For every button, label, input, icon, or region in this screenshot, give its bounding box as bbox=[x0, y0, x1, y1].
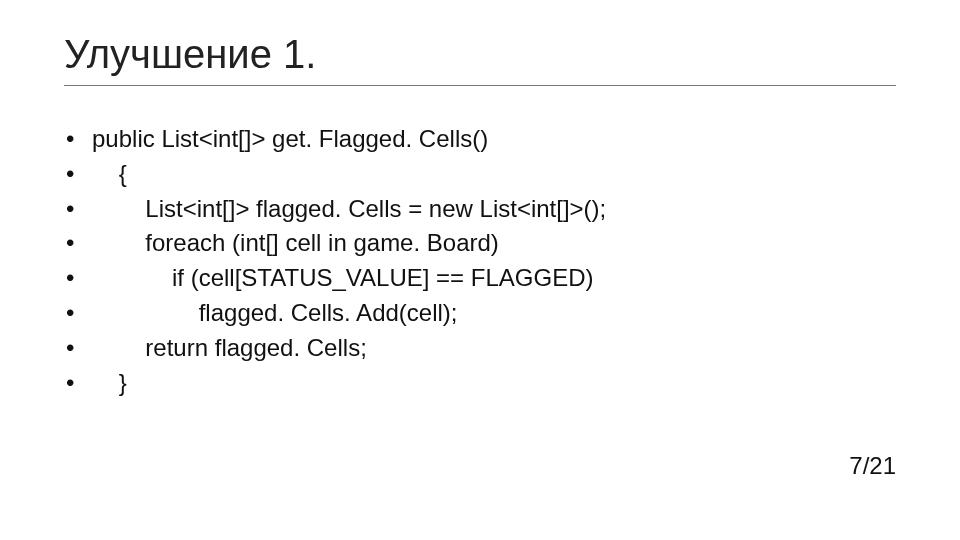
bullet-line: • if (cell[STATUS_VALUE] == FLAGGED) bbox=[64, 261, 896, 296]
bullet-line: • } bbox=[64, 366, 896, 401]
code-text: { bbox=[92, 157, 127, 192]
bullet-icon: • bbox=[64, 261, 92, 296]
bullet-icon: • bbox=[64, 122, 92, 157]
page-number: 7/21 bbox=[849, 452, 896, 480]
code-text: public List<int[]> get. Flagged. Cells() bbox=[92, 122, 488, 157]
bullet-line: • { bbox=[64, 157, 896, 192]
code-text: List<int[]> flagged. Cells = new List<in… bbox=[92, 192, 606, 227]
bullet-icon: • bbox=[64, 157, 92, 192]
code-text: } bbox=[92, 366, 127, 401]
bullet-line: • List<int[]> flagged. Cells = new List<… bbox=[64, 192, 896, 227]
bullet-line: • foreach (int[] cell in game. Board) bbox=[64, 226, 896, 261]
bullet-icon: • bbox=[64, 226, 92, 261]
code-text: flagged. Cells. Add(cell); bbox=[92, 296, 457, 331]
code-text: if (cell[STATUS_VALUE] == FLAGGED) bbox=[92, 261, 593, 296]
slide-title: Улучшение 1. bbox=[64, 32, 896, 77]
code-text: foreach (int[] cell in game. Board) bbox=[92, 226, 499, 261]
bullet-icon: • bbox=[64, 192, 92, 227]
bullet-icon: • bbox=[64, 296, 92, 331]
bullet-line: • flagged. Cells. Add(cell); bbox=[64, 296, 896, 331]
bullet-icon: • bbox=[64, 366, 92, 401]
slide: Улучшение 1. • public List<int[]> get. F… bbox=[0, 0, 960, 540]
bullet-icon: • bbox=[64, 331, 92, 366]
title-underline bbox=[64, 85, 896, 86]
code-text: return flagged. Cells; bbox=[92, 331, 367, 366]
bullet-line: • public List<int[]> get. Flagged. Cells… bbox=[64, 122, 896, 157]
bullet-line: • return flagged. Cells; bbox=[64, 331, 896, 366]
slide-content: • public List<int[]> get. Flagged. Cells… bbox=[64, 122, 896, 400]
